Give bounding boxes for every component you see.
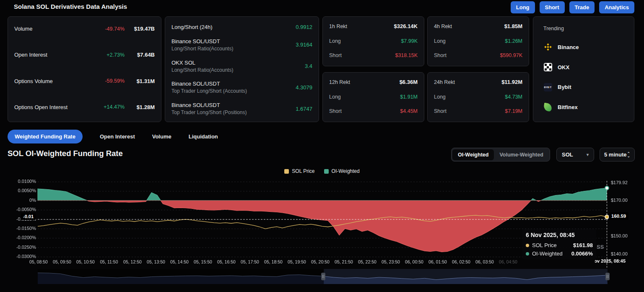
- trending-item-bitfinex[interactable]: Bitfinex: [543, 103, 624, 112]
- ratio-value: 4.3079: [296, 84, 312, 91]
- derivatives-dashboard: Solana SOL Derivatives Data Analysis Lon…: [0, 0, 644, 292]
- trending-item-label: OKX: [558, 64, 569, 70]
- ratio-label: Long/Short (24h): [171, 24, 213, 30]
- rekt-short-row: Short$7.19M: [434, 108, 522, 114]
- ratio-value: 0.9912: [296, 24, 312, 30]
- tooltip-date: 6 Nov 2025, 08:45: [526, 232, 593, 238]
- tooltip-row: OI-Weighted0.0066%: [526, 250, 593, 257]
- right-axis-tick: $170.00: [611, 198, 628, 203]
- rekt-long-row: Long$7.99K: [329, 38, 418, 44]
- ratio-labels: Binance SOL/USDTTop Trader Long/Short (A…: [171, 81, 247, 94]
- legend-swatch: [324, 169, 329, 174]
- rekt-total: $6.36M: [400, 79, 418, 85]
- section-title: SOL OI-Weighted Funding Rate: [8, 149, 123, 158]
- rekt-card-1h: 1h Rekt$326.14KLong$7.99KShort$318.15K: [322, 16, 424, 66]
- tooltip-row: SOL Price$161.98: [526, 242, 593, 248]
- rekt-total: $11.92M: [501, 79, 522, 85]
- crosshair-right-label: 160.59: [609, 212, 628, 220]
- left-axis-tick: -0.0150%: [6, 226, 36, 231]
- legend-item-oi-weighted[interactable]: OI-Weighted: [324, 168, 360, 174]
- rekt-short-label: Short: [434, 52, 447, 58]
- ratio-label: Binance SOL/USDT: [171, 81, 247, 87]
- segment-oi-weighted[interactable]: OI-Weighted: [452, 149, 494, 160]
- ratio-value: 3.4: [305, 63, 312, 69]
- rekt-title: 4h Rekt: [434, 23, 452, 29]
- bitfinex-leaf-shape: [543, 103, 552, 112]
- ratio-row: OKX SOLLong/Short Ratio(Accounts)3.4: [171, 60, 312, 73]
- rekt-title: 1h Rekt: [329, 23, 347, 29]
- ratio-sublabel: Top Trader Long/Short (Accounts): [171, 88, 247, 94]
- ratio-label: OKX SOL: [171, 60, 233, 66]
- rekt-short-label: Short: [329, 108, 342, 114]
- metric-label: Options Open Interest: [14, 104, 68, 110]
- ratio-sublabel: Long/Short Ratio(Accounts): [171, 46, 233, 52]
- trending-item-label: Binance: [558, 44, 579, 50]
- metric-label: Options Volume: [14, 78, 53, 84]
- trending-title: Trending: [543, 26, 624, 31]
- rekt-long-value: $1.26M: [505, 38, 522, 44]
- ratio-row: Binance SOL/USDTTop Trader Long/Short (P…: [171, 102, 312, 115]
- rekt-title: 12h Rekt: [329, 79, 350, 85]
- trending-item-binance[interactable]: Binance: [543, 43, 624, 52]
- legend-item-sol-price[interactable]: SOL Price: [284, 168, 314, 174]
- weighting-segmented-control: OI-WeightedVolume-Weighted: [451, 148, 550, 162]
- rekt-long-value: $1.91M: [400, 94, 418, 100]
- tab-volume[interactable]: Volume: [152, 130, 171, 143]
- rekt-total: $1.85M: [504, 23, 522, 29]
- tooltip-series-dot: [526, 244, 529, 247]
- legend-label: OI-Weighted: [332, 168, 360, 174]
- ratio-value: 1.6747: [296, 106, 312, 112]
- interval-select-value: 5 minute: [604, 151, 626, 158]
- tooltip-series-label: SOL Price: [532, 242, 557, 248]
- metric-row: Volume-49.74%$19.47B: [14, 26, 155, 32]
- binance-icon: [543, 43, 552, 52]
- ratio-labels: Long/Short (24h): [171, 24, 213, 30]
- interval-select[interactable]: 5 minute ⌃⌄: [600, 148, 635, 162]
- rekt-title: 24h Rekt: [434, 79, 455, 85]
- chart-tooltip: 6 Nov 2025, 08:45 SOL Price$161.98OI-Wei…: [522, 229, 596, 259]
- okx-logo-box: [544, 63, 552, 71]
- tab-liquidation[interactable]: Liquidation: [189, 130, 218, 143]
- tab-weighted-funding-rate[interactable]: Weighted Funding Rate: [8, 130, 83, 143]
- tab-open-interest[interactable]: Open Interest: [100, 130, 135, 143]
- trending-item-okx[interactable]: OKX: [543, 63, 624, 72]
- trending-item-label: Bitfinex: [558, 104, 578, 110]
- left-axis-tick: -0.0050%: [6, 207, 36, 212]
- tooltip-series-value: $161.98: [573, 242, 593, 248]
- navigator-left-handle[interactable]: [321, 273, 325, 280]
- rekt-short-row: Short$590.97K: [434, 52, 522, 58]
- rekt-long-row: Long$4.73M: [434, 94, 522, 100]
- chart-legend: SOL PriceOI-Weighted: [0, 168, 644, 174]
- left-axis-tick: -0.0300%: [6, 254, 36, 259]
- ratio-row: Binance SOL/USDTTop Trader Long/Short (A…: [171, 81, 312, 94]
- navigator-right-handle[interactable]: [605, 273, 610, 280]
- rekt-short-value: $590.97K: [500, 52, 522, 58]
- short-button[interactable]: Short: [540, 1, 565, 13]
- metric-label: Open Interest: [14, 52, 47, 58]
- left-axis-tick: 0%: [6, 198, 36, 203]
- symbol-select[interactable]: SOL ▾: [556, 148, 594, 162]
- trade-button[interactable]: Trade: [569, 1, 595, 13]
- rekt-short-row: Short$318.15K: [329, 52, 418, 58]
- metric-row: Options Open Interest+14.47%$1.28M: [14, 104, 155, 110]
- x-axis-tick: 06, 04:50: [493, 259, 523, 264]
- rekt-short-label: Short: [329, 52, 342, 58]
- metric-value: $1.31M: [125, 78, 155, 84]
- analytics-button[interactable]: Analytics: [599, 1, 634, 13]
- segment-volume-weighted[interactable]: Volume-Weighted: [494, 149, 548, 160]
- metric-change: +2.73%: [106, 52, 125, 58]
- metric-row: Open Interest+2.73%$7.64B: [14, 52, 155, 58]
- long-button[interactable]: Long: [511, 1, 535, 13]
- metric-label: Volume: [14, 26, 32, 32]
- metric-value: $19.47B: [125, 26, 155, 32]
- right-axis-tick: $150.00: [611, 233, 628, 238]
- rekt-long-label: Long: [434, 38, 446, 44]
- ratio-labels: Binance SOL/USDTLong/Short Ratio(Account…: [171, 38, 233, 52]
- rekt-long-value: $7.99K: [401, 38, 418, 44]
- left-axis-tick: -0.0250%: [6, 245, 36, 250]
- rekt-card-12h: 12h Rekt$6.36MLong$1.91MShort$4.45M: [322, 72, 424, 122]
- rekt-long-label: Long: [329, 94, 341, 100]
- ratio-value: 3.9164: [296, 42, 312, 48]
- rekt-long-row: Long$1.91M: [329, 94, 418, 100]
- trending-item-bybit[interactable]: BYB!TBybit: [543, 83, 624, 91]
